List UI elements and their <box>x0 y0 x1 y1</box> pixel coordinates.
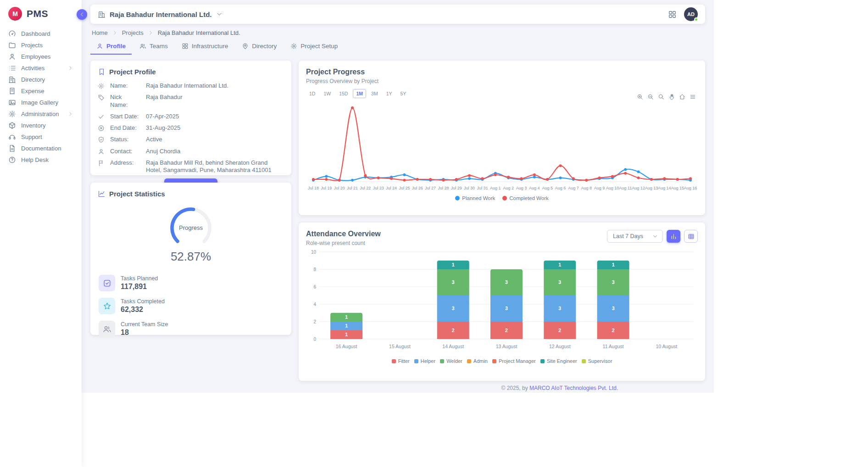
chart-menu-icon[interactable] <box>690 94 696 100</box>
legend-item[interactable]: Helper <box>414 358 435 364</box>
online-status-dot <box>694 17 698 22</box>
users-icon <box>103 325 111 334</box>
svg-text:Aug 2: Aug 2 <box>503 186 514 190</box>
sidebar-item-employees[interactable]: Employees <box>0 51 82 62</box>
sidebar-item-label: Expense <box>21 88 45 95</box>
legend-marker <box>582 359 586 363</box>
sidebar-item-documentation[interactable]: Documentation <box>0 143 82 154</box>
check-icon <box>98 113 105 120</box>
progress-gauge: Progress <box>163 205 218 247</box>
svg-text:Jul 22: Jul 22 <box>360 186 371 190</box>
svg-text:12 August: 12 August <box>549 344 571 349</box>
field-label: Nick Name: <box>110 94 140 109</box>
sidebar-item-projects[interactable]: Projects <box>0 39 82 51</box>
reset-zoom-icon[interactable] <box>679 94 685 100</box>
breadcrumb-projects[interactable]: Projects <box>122 29 144 36</box>
sidebar-item-expense[interactable]: Expense <box>0 85 82 97</box>
sidebar-item-image-gallery[interactable]: Image Gallery <box>0 97 82 108</box>
svg-text:Aug 9: Aug 9 <box>594 186 605 190</box>
legend-item[interactable]: Project Manager <box>492 358 536 364</box>
svg-text:3: 3 <box>612 306 615 311</box>
legend-item[interactable]: Fitter <box>392 358 410 364</box>
svg-text:1: 1 <box>452 262 455 267</box>
grid-icon <box>182 43 189 50</box>
sidebar-item-help-desk[interactable]: Help Desk <box>0 154 82 166</box>
legend-item[interactable]: Planned Work <box>455 195 495 201</box>
avatar[interactable]: AD <box>684 7 698 21</box>
tab-infrastructure[interactable]: Infrastructure <box>176 39 234 55</box>
tab-profile[interactable]: Profile <box>90 39 132 55</box>
flag-icon <box>98 160 105 167</box>
svg-text:15 August: 15 August <box>389 344 411 349</box>
svg-text:Jul 20: Jul 20 <box>334 186 345 190</box>
sidebar-collapse-button[interactable] <box>77 9 87 20</box>
stat-label: Tasks Completed <box>121 298 165 305</box>
legend-item[interactable]: Supervisor <box>582 358 612 364</box>
range-1m[interactable]: 1M <box>353 89 366 98</box>
top-header: Raja Bahadur International Ltd. AD <box>90 5 705 24</box>
project-progress-card: Project Progress Progress Overview by Pr… <box>299 61 705 215</box>
tab-teams[interactable]: Teams <box>134 39 174 55</box>
legend-marker <box>392 359 396 363</box>
sidebar-item-dashboard[interactable]: Dashboard <box>0 28 82 39</box>
footer-link[interactable]: MARCO AIoT Technologies Pvt. Ltd. <box>529 385 618 391</box>
range-1d[interactable]: 1D <box>306 89 318 98</box>
users-icon <box>139 43 146 50</box>
svg-text:8: 8 <box>313 267 316 272</box>
range-3m[interactable]: 3M <box>368 89 381 98</box>
svg-text:3: 3 <box>612 279 615 285</box>
svg-text:1: 1 <box>612 262 615 267</box>
field-label: Status: <box>110 136 140 143</box>
company-selector[interactable]: Raja Bahadur International Ltd. <box>98 11 223 18</box>
legend-item[interactable]: Welder <box>440 358 462 364</box>
card-title: Attendance Overview <box>306 230 381 238</box>
apps-grid-icon[interactable] <box>668 10 677 19</box>
progress-chart-legend: Planned WorkCompleted Work <box>306 195 698 201</box>
range-1y[interactable]: 1Y <box>383 89 395 98</box>
bar-view-toggle[interactable] <box>667 230 680 243</box>
legend-label: Project Manager <box>499 358 536 364</box>
svg-text:Aug 1: Aug 1 <box>490 186 501 190</box>
sidebar-item-support[interactable]: Support <box>0 131 82 143</box>
tab-project-setup[interactable]: Project Setup <box>284 39 344 55</box>
legend-item[interactable]: Completed Work <box>502 195 548 201</box>
attendance-bar-chart[interactable]: 024681016 August11115 August14 August233… <box>306 248 698 356</box>
chevron-down-icon <box>652 234 658 239</box>
zoom-in-icon[interactable] <box>637 94 643 100</box>
sidebar-item-administration[interactable]: Administration <box>0 108 82 120</box>
date-range-select[interactable]: Last 7 Days <box>607 230 663 243</box>
legend-item[interactable]: Admin <box>467 358 488 364</box>
profile-field-status: Status: Active <box>98 136 284 143</box>
svg-text:10 August: 10 August <box>656 344 677 349</box>
stat-label: Current Team Size <box>121 321 168 328</box>
range-15d[interactable]: 15D <box>336 89 351 98</box>
app-logo[interactable]: M PMS <box>0 0 82 26</box>
range-5y[interactable]: 5Y <box>397 89 409 98</box>
svg-text:Jul 25: Jul 25 <box>399 186 410 190</box>
circle-x-icon <box>98 125 105 132</box>
stat-value: 62,332 <box>121 306 165 314</box>
svg-text:14 August: 14 August <box>442 344 464 349</box>
profile-field-address: Address: Raja Bahadur Mill Rd, behind Sh… <box>98 159 284 174</box>
svg-text:Jul 18: Jul 18 <box>308 186 319 190</box>
selection-zoom-icon[interactable] <box>658 94 664 100</box>
sidebar-item-label: Directory <box>21 76 45 83</box>
attendance-chart-legend: FitterHelperWelderAdminProject ManagerSi… <box>306 358 698 364</box>
sidebar-item-inventory[interactable]: Inventory <box>0 120 82 131</box>
svg-text:10: 10 <box>311 250 317 255</box>
zoom-out-icon[interactable] <box>647 94 654 100</box>
sidebar-item-directory[interactable]: Directory <box>0 74 82 85</box>
legend-marker <box>540 359 545 363</box>
chevron-right-icon <box>148 30 154 36</box>
svg-text:Aug 8: Aug 8 <box>581 186 592 190</box>
svg-text:Jul 19: Jul 19 <box>321 186 332 190</box>
field-value: Anuj Chordia <box>146 148 284 155</box>
legend-item[interactable]: Site Engineer <box>540 358 577 364</box>
pan-icon[interactable] <box>668 94 675 100</box>
range-1w[interactable]: 1W <box>320 89 334 98</box>
sidebar-item-activities[interactable]: Activities <box>0 62 82 74</box>
tab-directory[interactable]: Directory <box>236 39 283 55</box>
table-view-toggle[interactable] <box>684 230 698 243</box>
breadcrumb-home[interactable]: Home <box>92 29 108 36</box>
progress-line-chart[interactable]: Jul 18Jul 19Jul 20Jul 21Jul 22Jul 23Jul … <box>306 98 698 194</box>
